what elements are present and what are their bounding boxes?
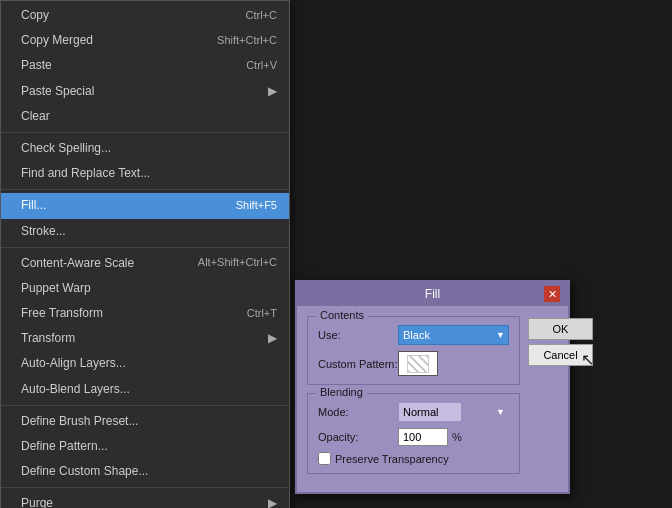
dialog-titlebar: Fill ✕ — [297, 282, 568, 306]
menu-item-stroke[interactable]: Stroke... — [1, 219, 289, 244]
blending-label: Blending — [316, 386, 367, 398]
menu-item-find-replace[interactable]: Find and Replace Text... — [1, 161, 289, 186]
contents-label: Contents — [316, 309, 368, 321]
separator-3 — [1, 247, 289, 248]
menu-item-fill[interactable]: Fill... Shift+F5 — [1, 193, 289, 218]
contents-section: Contents Use: Black Foreground Color Bac… — [307, 316, 520, 385]
menu-item-puppet-warp[interactable]: Puppet Warp — [1, 276, 289, 301]
use-select[interactable]: Black Foreground Color Background Color … — [398, 325, 509, 345]
menu-item-free-transform[interactable]: Free Transform Ctrl+T — [1, 301, 289, 326]
opacity-label: Opacity: — [318, 431, 398, 443]
separator-5 — [1, 487, 289, 488]
dialog-body: Contents Use: Black Foreground Color Bac… — [297, 306, 568, 492]
separator-2 — [1, 189, 289, 190]
opacity-input[interactable] — [398, 428, 448, 446]
menu-item-define-shape[interactable]: Define Custom Shape... — [1, 459, 289, 484]
dialog-sections: Contents Use: Black Foreground Color Bac… — [307, 316, 520, 482]
preserve-row: Preserve Transparency — [318, 452, 509, 465]
menu-item-define-pattern[interactable]: Define Pattern... — [1, 434, 289, 459]
preserve-checkbox[interactable] — [318, 452, 331, 465]
menu-item-clear[interactable]: Clear — [1, 104, 289, 129]
use-row: Use: Black Foreground Color Background C… — [318, 325, 509, 345]
context-menu: Copy Ctrl+C Copy Merged Shift+Ctrl+C Pas… — [0, 0, 290, 508]
mode-select-wrapper: Normal Dissolve Multiply Screen Overlay — [398, 402, 509, 422]
menu-item-purge[interactable]: Purge ▶ — [1, 491, 289, 508]
separator-1 — [1, 132, 289, 133]
separator-4 — [1, 405, 289, 406]
menu-item-auto-blend[interactable]: Auto-Blend Layers... — [1, 377, 289, 402]
custom-pattern-box[interactable] — [398, 351, 438, 376]
menu-item-check-spelling[interactable]: Check Spelling... — [1, 136, 289, 161]
opacity-row: Opacity: % — [318, 428, 509, 446]
mode-label: Mode: — [318, 406, 398, 418]
fill-dialog: Fill ✕ Contents Use: Black Foreground Co… — [295, 280, 570, 494]
opacity-unit: % — [452, 431, 462, 443]
dialog-buttons: OK Cancel ↖ — [528, 316, 593, 482]
mode-row: Mode: Normal Dissolve Multiply Screen Ov… — [318, 402, 509, 422]
cancel-button[interactable]: Cancel ↖ — [528, 344, 593, 366]
dialog-close-button[interactable]: ✕ — [544, 286, 560, 302]
mode-select[interactable]: Normal Dissolve Multiply Screen Overlay — [398, 402, 462, 422]
menu-item-content-aware-scale[interactable]: Content-Aware Scale Alt+Shift+Ctrl+C — [1, 251, 289, 276]
dialog-title: Fill — [321, 287, 544, 301]
use-label: Use: — [318, 329, 398, 341]
ok-button[interactable]: OK — [528, 318, 593, 340]
cursor-icon: ↖ — [581, 350, 594, 369]
use-select-wrapper: Black Foreground Color Background Color … — [398, 325, 509, 345]
preserve-label: Preserve Transparency — [335, 453, 449, 465]
custom-pattern-preview — [407, 355, 429, 373]
blending-section: Blending Mode: Normal Dissolve Multiply … — [307, 393, 520, 474]
menu-item-auto-align[interactable]: Auto-Align Layers... — [1, 351, 289, 376]
custom-pattern-label: Custom Pattern: — [318, 358, 398, 370]
menu-item-paste[interactable]: Paste Ctrl+V — [1, 53, 289, 78]
menu-item-copy-merged[interactable]: Copy Merged Shift+Ctrl+C — [1, 28, 289, 53]
menu-item-paste-special[interactable]: Paste Special ▶ — [1, 79, 289, 104]
menu-item-transform[interactable]: Transform ▶ — [1, 326, 289, 351]
dialog-layout: Contents Use: Black Foreground Color Bac… — [307, 316, 558, 482]
menu-item-copy[interactable]: Copy Ctrl+C — [1, 3, 289, 28]
custom-pattern-row: Custom Pattern: — [318, 351, 509, 376]
menu-item-define-brush[interactable]: Define Brush Preset... — [1, 409, 289, 434]
